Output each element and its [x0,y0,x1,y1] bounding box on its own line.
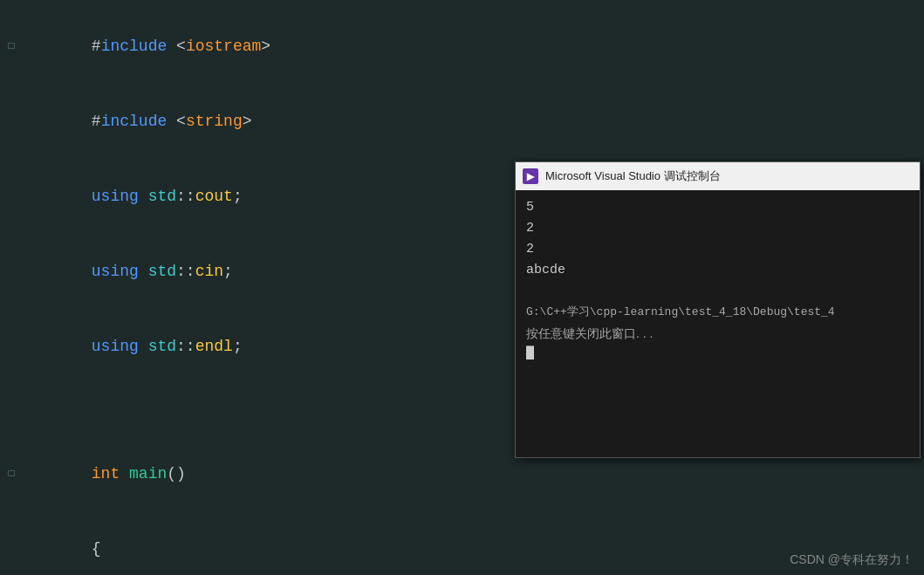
std-1: std [148,188,176,205]
vs-icon-label: ▶ [527,171,534,182]
include-file-2: string [186,113,243,130]
hash-1: # [92,38,101,55]
console-output-4: abcde [526,260,909,281]
colon-2: :: [176,263,195,280]
console-path: G:\C++学习\cpp-learning\test_4_18\Debug\te… [526,302,909,323]
include-kw-2: include [101,113,168,130]
colon-1: :: [176,188,195,205]
paren-close-1: ) [176,465,186,483]
angle-bracket-close-1: > [261,38,270,55]
code-line-1: □ #include <iostream> [0,9,924,84]
angle-bracket-close-2: > [243,113,252,130]
console-prompt: 按任意键关闭此窗口. . . [526,323,909,344]
hash-2: # [92,113,101,130]
gutter-1: □ [0,34,26,58]
gutter-8: □ [0,462,26,486]
paren-open-1: ( [167,465,176,483]
int-kw-1: int [92,465,120,483]
console-output-1: 5 [526,197,909,218]
std-3: std [148,338,176,355]
semi-1: ; [233,188,243,205]
console-window[interactable]: ▶ Microsoft Visual Studio 调试控制台 5 2 2 ab… [515,161,921,458]
watermark: CSDN @专科在努力！ [790,552,914,568]
cin-1: cin [195,263,223,280]
console-blank [526,281,909,302]
angle-bracket-1: < [176,38,186,55]
code-editor: □ #include <iostream> #include <string> … [0,0,924,575]
cout-1: cout [195,188,233,205]
vs-icon: ▶ [523,168,538,184]
console-cursor [526,344,909,365]
code-line-9: { [0,511,924,575]
main-fn: main [129,465,167,483]
using-kw-2: using [92,263,139,280]
using-kw-1: using [92,188,139,205]
include-file-1: iostream [186,38,261,55]
console-output-2: 2 [526,218,909,239]
colon-3: :: [176,338,195,355]
include-kw-1: include [101,38,168,55]
fold-icon-8[interactable]: □ [8,462,14,486]
console-output-3: 2 [526,239,909,260]
code-line-2: #include <string> [0,84,924,159]
angle-bracket-2: < [176,113,186,130]
semi-3: ; [233,338,243,355]
fold-icon-1[interactable]: □ [8,34,14,58]
console-title: Microsoft Visual Studio 调试控制台 [545,168,913,184]
std-2: std [148,263,176,280]
console-titlebar: ▶ Microsoft Visual Studio 调试控制台 [516,162,920,190]
brace-open-1: { [92,540,101,558]
line-content-1: #include <iostream> [26,10,924,83]
console-body: 5 2 2 abcde G:\C++学习\cpp-learning\test_4… [516,190,920,457]
endl-1: endl [195,338,233,355]
using-kw-3: using [92,338,139,355]
semi-2: ; [223,263,233,280]
line-content-2: #include <string> [26,85,924,158]
